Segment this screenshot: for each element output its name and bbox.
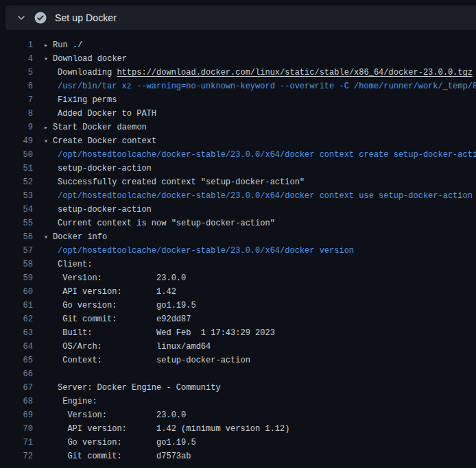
line-number[interactable]: 57 bbox=[0, 244, 33, 258]
triangle-right-icon: ▸ bbox=[44, 121, 53, 135]
group-title: Start Docker daemon bbox=[53, 123, 147, 132]
log-line: 61 Go version: go1.19.5 bbox=[0, 299, 476, 312]
log-line: 9▸Start Docker daemon bbox=[0, 121, 476, 134]
log-text: Version: 23.0.0 bbox=[58, 271, 186, 285]
log-group-header[interactable]: ▸Start Docker daemon bbox=[44, 121, 147, 134]
log-line: 68 Engine: bbox=[0, 395, 476, 408]
group-title: Create Docker context bbox=[53, 136, 156, 146]
log-text: Client: bbox=[58, 258, 92, 271]
log-line: 70 API version: 1.42 (minimum version 1.… bbox=[0, 422, 476, 436]
line-number[interactable]: 65 bbox=[0, 354, 33, 367]
log-line: 51setup-docker-action bbox=[0, 162, 476, 175]
log-command: /usr/bin/tar xz --warning=no-unknown-key… bbox=[58, 79, 476, 93]
triangle-down-icon: ▾ bbox=[44, 135, 53, 149]
log-text-prefix: Downloading bbox=[58, 68, 117, 77]
log-line: 58Client: bbox=[0, 258, 476, 271]
line-number[interactable]: 49 bbox=[0, 134, 33, 148]
log-text: Downloading https://download.docker.com/… bbox=[58, 66, 473, 79]
log-text: Git commit: e92dd87 bbox=[58, 312, 191, 326]
line-number[interactable]: 67 bbox=[0, 381, 33, 395]
log-text: setup-docker-action bbox=[58, 203, 152, 217]
log-text: Built: Wed Feb 1 17:43:29 2023 bbox=[58, 326, 275, 340]
line-number[interactable]: 6 bbox=[0, 79, 33, 93]
log-line: 62 Git commit: e92dd87 bbox=[0, 312, 476, 326]
line-number[interactable]: 58 bbox=[0, 258, 33, 271]
line-number[interactable]: 9 bbox=[0, 121, 33, 134]
line-number[interactable]: 1 bbox=[0, 38, 33, 52]
line-number[interactable]: 62 bbox=[0, 312, 33, 326]
log-line: 5Downloading https://download.docker.com… bbox=[0, 66, 476, 79]
check-circle-icon bbox=[34, 12, 47, 24]
line-number[interactable]: 4 bbox=[0, 52, 33, 66]
line-number[interactable]: 54 bbox=[0, 203, 33, 217]
log-line: 69 Version: 23.0.0 bbox=[0, 408, 476, 422]
log-line: 65 Context: setup-docker-action bbox=[0, 354, 476, 367]
line-number[interactable]: 52 bbox=[0, 175, 33, 189]
log-line: 56▾Docker info bbox=[0, 230, 476, 244]
line-number[interactable]: 56 bbox=[0, 230, 33, 244]
group-title: Download docker bbox=[53, 54, 127, 64]
triangle-down-icon: ▾ bbox=[44, 53, 53, 66]
line-number[interactable]: 7 bbox=[0, 93, 33, 107]
log-line: 52Successfully created context "setup-do… bbox=[0, 175, 476, 189]
log-command: /opt/hostedtoolcache/docker-stable/23.0.… bbox=[58, 148, 476, 162]
group-title: Run ./ bbox=[53, 40, 82, 50]
line-number[interactable]: 71 bbox=[0, 436, 33, 449]
log-lines: 1▸Run ./4▾Download docker5Downloading ht… bbox=[0, 38, 476, 463]
log-line: 72 Git commit: d7573ab bbox=[0, 449, 476, 463]
log-line: 67Server: Docker Engine - Community bbox=[0, 381, 476, 395]
log-group-header[interactable]: ▾Download docker bbox=[44, 52, 127, 66]
log-text: setup-docker-action bbox=[58, 162, 152, 175]
line-number[interactable]: 51 bbox=[0, 162, 33, 175]
line-number[interactable]: 69 bbox=[0, 408, 33, 422]
log-text: Fixing perms bbox=[58, 93, 117, 107]
log-command: /opt/hostedtoolcache/docker-stable/23.0.… bbox=[58, 244, 354, 258]
line-number[interactable]: 50 bbox=[0, 148, 33, 162]
line-number[interactable]: 72 bbox=[0, 449, 33, 463]
log-line: 57/opt/hostedtoolcache/docker-stable/23.… bbox=[0, 244, 476, 258]
log-text: Engine: bbox=[58, 395, 97, 408]
step-header[interactable]: Set up Docker bbox=[5, 5, 476, 30]
line-number[interactable]: 63 bbox=[0, 326, 33, 340]
log-link[interactable]: https://download.docker.com/linux/static… bbox=[117, 68, 472, 77]
line-number[interactable]: 5 bbox=[0, 66, 33, 79]
log-text: Version: 23.0.0 bbox=[58, 408, 186, 422]
line-number[interactable]: 8 bbox=[0, 107, 33, 121]
line-number[interactable]: 68 bbox=[0, 395, 33, 408]
triangle-down-icon: ▾ bbox=[44, 231, 53, 245]
log-line: 1▸Run ./ bbox=[0, 38, 476, 52]
log-viewer: 1▸Run ./4▾Download docker5Downloading ht… bbox=[0, 30, 476, 468]
log-command: /opt/hostedtoolcache/docker-stable/23.0.… bbox=[58, 189, 473, 203]
group-title: Docker info bbox=[53, 232, 107, 242]
log-line: 54setup-docker-action bbox=[0, 203, 476, 217]
line-number[interactable]: 66 bbox=[0, 367, 33, 381]
line-number[interactable]: 61 bbox=[0, 299, 33, 312]
log-line: 6/usr/bin/tar xz --warning=no-unknown-ke… bbox=[0, 79, 476, 93]
log-group-header[interactable]: ▾Create Docker context bbox=[44, 134, 156, 148]
log-group-header[interactable]: ▸Run ./ bbox=[44, 38, 82, 52]
log-line: 53/opt/hostedtoolcache/docker-stable/23.… bbox=[0, 189, 476, 203]
log-text: Current context is now "setup-docker-act… bbox=[58, 217, 275, 230]
log-text: Go version: go1.19.5 bbox=[58, 299, 196, 312]
log-line: 55Current context is now "setup-docker-a… bbox=[0, 217, 476, 230]
log-line: 8Added Docker to PATH bbox=[0, 107, 476, 121]
log-text: Go version: go1.19.5 bbox=[58, 436, 196, 449]
log-line: 66 bbox=[0, 367, 476, 381]
chevron-down-icon[interactable] bbox=[16, 13, 26, 23]
step-title: Set up Docker bbox=[55, 5, 117, 30]
log-text: API version: 1.42 bbox=[58, 285, 176, 299]
line-number[interactable]: 70 bbox=[0, 422, 33, 436]
line-number[interactable]: 55 bbox=[0, 217, 33, 230]
log-line: 64 OS/Arch: linux/amd64 bbox=[0, 340, 476, 354]
log-line: 60 API version: 1.42 bbox=[0, 285, 476, 299]
line-number[interactable]: 60 bbox=[0, 285, 33, 299]
log-text: Git commit: d7573ab bbox=[58, 449, 191, 463]
log-group-header[interactable]: ▾Docker info bbox=[44, 230, 107, 244]
line-number[interactable]: 59 bbox=[0, 271, 33, 285]
log-line: 50/opt/hostedtoolcache/docker-stable/23.… bbox=[0, 148, 476, 162]
line-number[interactable]: 53 bbox=[0, 189, 33, 203]
log-text: Added Docker to PATH bbox=[58, 107, 156, 121]
line-number[interactable]: 64 bbox=[0, 340, 33, 354]
log-line: 63 Built: Wed Feb 1 17:43:29 2023 bbox=[0, 326, 476, 340]
log-text: Successfully created context "setup-dock… bbox=[58, 175, 305, 189]
